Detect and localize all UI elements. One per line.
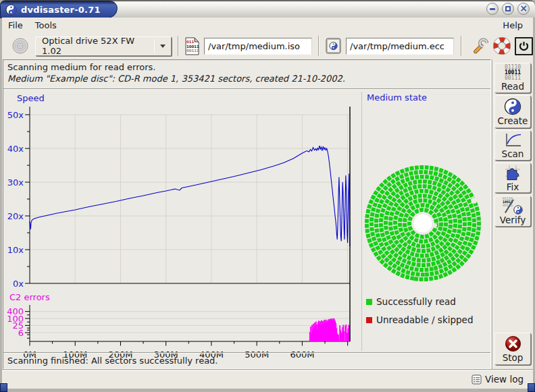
medium-state-disc [362, 163, 489, 284]
maximize-icon [505, 6, 511, 11]
medium-info-line: Medium "Example disc": CD-R mode 1, 3534… [7, 74, 345, 84]
chevron-down-icon [160, 45, 165, 48]
toolbar: Optical drive 52X FW 1.02 011 10011 0011… [2, 32, 533, 59]
menu-help[interactable]: Help [496, 19, 529, 32]
app-window: dvdisaster-0.71 × File Tools Help Optica… [0, 0, 535, 392]
legend-red-swatch [366, 317, 372, 323]
medium-state-title: Medium state [367, 92, 427, 103]
separator [3, 88, 490, 90]
iso-image-icon: 011 10011 00111 [185, 37, 199, 55]
legend-unreadable-label: Unreadable / skipped [376, 314, 473, 325]
fix-puzzle-icon [504, 164, 521, 181]
svg-text:40x: 40x [7, 144, 24, 154]
fix-label: Fix [507, 181, 519, 192]
titlebar-tab[interactable]: dvdisaster-0.71 [0, 1, 118, 18]
svg-text:10x: 10x [7, 245, 24, 255]
view-log-button[interactable]: View log [469, 372, 526, 386]
window-corner[interactable] [0, 383, 7, 392]
medium-state-panel: Medium state Successfully read Unreadabl… [361, 92, 491, 351]
verify-button[interactable]: 01110 10011 00111 Verify [494, 196, 531, 227]
read-label: Read [501, 81, 524, 92]
scan-status-line: Scanning medium for read errors. [7, 62, 155, 72]
legend-green-swatch [366, 299, 372, 305]
minimize-icon [490, 8, 495, 10]
drive-selector-dropdown[interactable]: Optical drive 52X FW 1.02 [35, 36, 172, 56]
window-title: dvdisaster-0.71 [21, 5, 101, 15]
svg-text:30x: 30x [7, 177, 24, 188]
svg-text:00111: 00111 [186, 49, 199, 53]
dropdown-separator [154, 39, 155, 53]
quit-button[interactable] [515, 37, 533, 55]
log-list-icon [472, 374, 482, 385]
statusbar: View log [2, 369, 533, 389]
verify-label: Verify [500, 215, 526, 225]
speed-and-c2-charts: 0x10x20x30x40x50xSpeedC2 errors625100400… [6, 92, 360, 363]
read-button[interactable]: 01110 10011 00111 Read [494, 63, 531, 93]
close-icon: × [519, 3, 528, 13]
svg-text:20x: 20x [7, 211, 24, 221]
create-yinyang-icon [504, 98, 521, 115]
stop-button[interactable]: Stop [494, 333, 531, 365]
svg-text:0x: 0x [13, 279, 24, 289]
svg-text:011: 011 [186, 40, 195, 44]
minimize-button[interactable] [486, 3, 499, 15]
ecc-file-input[interactable] [346, 38, 454, 55]
scan-label: Scan [502, 148, 524, 159]
window-corner[interactable] [528, 383, 535, 392]
window-body: File Tools Help Optical drive 52X FW 1.0… [2, 18, 533, 389]
menu-file[interactable]: File [2, 19, 29, 32]
wrench-icon [472, 38, 489, 55]
close-button[interactable]: × [517, 3, 530, 15]
main-frame: Scanning medium for read errors. Medium … [3, 59, 491, 369]
power-icon [515, 37, 533, 55]
svg-text:10011: 10011 [186, 44, 199, 48]
scan-chart-icon [503, 132, 522, 148]
cd-drive-icon [11, 37, 29, 55]
help-button[interactable] [493, 37, 511, 55]
menubar: File Tools Help [2, 18, 533, 32]
stop-label: Stop [503, 352, 524, 363]
image-file-input[interactable] [204, 38, 312, 55]
view-log-label: View log [485, 374, 524, 385]
stop-icon [505, 335, 521, 352]
scan-button[interactable]: Scan [494, 130, 531, 161]
drive-selector-value: Optical drive 52X FW 1.02 [42, 36, 154, 56]
legend-item-unreadable: Unreadable / skipped [366, 314, 473, 325]
lifesaver-icon [493, 37, 511, 55]
svg-text:400: 400 [7, 306, 24, 316]
read-binary-icon: 01110 10011 00111 [505, 65, 521, 81]
menu-tools[interactable]: Tools [29, 19, 63, 32]
svg-text:Speed: Speed [17, 93, 45, 103]
svg-text:500M: 500M [245, 349, 269, 360]
create-button[interactable]: Create [494, 95, 531, 128]
toolbar-separator [178, 36, 179, 56]
action-sidebar: 01110 10011 00111 Read Create [492, 59, 533, 369]
bottom-status-line: Scanning finished: All sectors successfu… [7, 356, 218, 366]
titlebar[interactable]: dvdisaster-0.71 × [0, 0, 535, 18]
separator [3, 352, 490, 354]
legend-read-label: Successfully read [376, 296, 456, 307]
svg-text:600M: 600M [290, 349, 314, 360]
ecc-file-icon [326, 38, 341, 54]
maximize-button[interactable] [502, 3, 514, 15]
fix-button[interactable]: Fix [494, 163, 531, 193]
toolbar-separator [318, 36, 320, 56]
legend-item-read: Successfully read [366, 296, 456, 307]
svg-text:C2 errors: C2 errors [9, 292, 50, 302]
svg-text:50x: 50x [7, 110, 24, 120]
app-yinyang-icon [5, 4, 17, 16]
verify-icon: 01110 10011 00111 [503, 197, 523, 215]
preferences-button[interactable] [472, 38, 489, 55]
create-label: Create [498, 115, 528, 126]
toolbar-separator [461, 36, 462, 56]
